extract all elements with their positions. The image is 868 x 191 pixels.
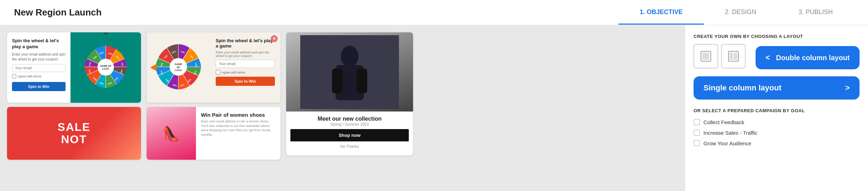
double-col-icon bbox=[726, 49, 740, 63]
shoes-content: Win Pair of women shoes Enter your email… bbox=[196, 107, 281, 160]
or-select-title: OR SELECT A PREPARED CAMPAIGN BY GOAL bbox=[694, 108, 860, 113]
spin-card-1-title: Spin the wheel & let's play a game bbox=[12, 38, 66, 50]
spin-card-2: ✕ bbox=[147, 32, 281, 103]
goal-checkbox-3[interactable] bbox=[694, 140, 700, 146]
single-col-chevron: > bbox=[845, 83, 850, 93]
campaign-column-3: Meet our new collection Spring / Summer … bbox=[286, 32, 413, 184]
tab-objective[interactable]: 1. OBJECTIVE bbox=[618, 1, 704, 25]
svg-rect-56 bbox=[702, 53, 709, 60]
collection-image bbox=[286, 32, 413, 112]
campaign-column-1: Spin the wheel & let's play a game Enter… bbox=[7, 32, 141, 184]
goal-collect-feedback[interactable]: Collect Feedback bbox=[694, 117, 860, 127]
shoes-card: 👠 Win Pair of women shoes Enter your ema… bbox=[147, 107, 281, 160]
collection-silhouette bbox=[300, 35, 399, 109]
goal-checkbox-1[interactable] bbox=[694, 119, 700, 125]
double-col-icon-btn[interactable] bbox=[721, 44, 746, 69]
tab-design[interactable]: 2. DESIGN bbox=[704, 1, 777, 25]
double-col-label: Double column layout bbox=[776, 54, 850, 62]
goal-label-1: Collect Feedback bbox=[703, 119, 744, 125]
sale-text: SALE NOT bbox=[57, 121, 90, 146]
spin-card-2-wheel: %40 15% %25 %50 %25 GIFT %05 50% 25% %30 bbox=[147, 32, 210, 103]
collection-subtitle: Spring / Summer 2022 bbox=[290, 122, 409, 126]
single-col-icon-btn[interactable] bbox=[694, 44, 718, 69]
spin-card-2-desc: Enter your email address and spin the wh… bbox=[216, 51, 275, 58]
shop-now-button[interactable]: Shop now bbox=[290, 129, 409, 141]
spin-card-2-content: Spin the wheel & let's play a game Enter… bbox=[210, 32, 281, 103]
collection-body: Meet our new collection Spring / Summer … bbox=[286, 112, 413, 155]
no-thanks-link[interactable]: No Thanks bbox=[290, 141, 409, 151]
wheel-center-2: GAMEOFLUCK bbox=[170, 59, 186, 76]
single-col-icon bbox=[699, 49, 713, 63]
tab-bar: 1. OBJECTIVE 2. DESIGN 3. PUBLISH bbox=[618, 1, 854, 25]
tab-publish[interactable]: 3. PUBLISH bbox=[777, 1, 854, 25]
sale-card: SALE NOT bbox=[7, 107, 141, 160]
svg-rect-54 bbox=[357, 69, 367, 93]
goal-label-3: Grow Your Audience bbox=[703, 140, 751, 146]
create-section-title: CREATE YOUR OWN BY CHOOSING A LAYOUT bbox=[694, 34, 860, 39]
single-col-layout-card[interactable]: Single column layout > bbox=[694, 76, 860, 100]
shoes-description: Enter your email address to win a women … bbox=[201, 119, 276, 137]
header: New Region Launch 1. OBJECTIVE 2. DESIGN… bbox=[0, 0, 868, 25]
svg-rect-59 bbox=[734, 53, 737, 60]
canvas-area: Spin the wheel & let's play a game Enter… bbox=[0, 25, 685, 191]
goal-grow-audience[interactable]: Grow Your Audience bbox=[694, 138, 860, 148]
shoes-title: Win Pair of women shoes bbox=[201, 112, 276, 118]
goal-checkbox-2[interactable] bbox=[694, 129, 700, 136]
collection-title: Meet our new collection bbox=[290, 116, 409, 122]
spin-card-2-title: Spin the wheel & let's play a game bbox=[216, 38, 275, 49]
campaign-column-2: ✕ bbox=[147, 32, 281, 184]
close-button-spin2[interactable]: ✕ bbox=[271, 35, 278, 42]
wheel-center-label: GAME OF LUCK bbox=[98, 59, 114, 76]
goal-section: OR SELECT A PREPARED CAMPAIGN BY GOAL Co… bbox=[694, 107, 860, 148]
wheel-pointer-top bbox=[103, 32, 109, 34]
wheel-arrow-2 bbox=[150, 64, 156, 71]
spin-card-2-button[interactable]: Spin to Win bbox=[216, 77, 275, 86]
layout-icons-group bbox=[694, 44, 746, 69]
collection-card: Meet our new collection Spring / Summer … bbox=[286, 32, 413, 155]
spin-card-1-wheel: 25% 15% %5 %05 %25 GIFT %05 50% 25% %30 bbox=[70, 32, 141, 103]
svg-rect-58 bbox=[730, 53, 733, 60]
single-col-label: Single column layout bbox=[703, 83, 781, 93]
goal-label-2: Increase Sales - Traffic bbox=[703, 130, 757, 136]
spin-card-1: Spin the wheel & let's play a game Enter… bbox=[7, 32, 141, 103]
spin-card-1-button[interactable]: Spin to Win bbox=[12, 82, 66, 91]
spin-card-1-terms: Agree with terms bbox=[12, 74, 66, 78]
spin-card-2-email[interactable] bbox=[216, 60, 275, 68]
shoes-image: 👠 bbox=[147, 107, 196, 160]
spin-card-1-email[interactable] bbox=[12, 64, 66, 72]
main-content: Spin the wheel & let's play a game Enter… bbox=[0, 25, 868, 191]
svg-rect-53 bbox=[332, 69, 343, 93]
double-col-layout-card[interactable]: < Double column layout bbox=[756, 46, 860, 69]
right-panel: CREATE YOUR OWN BY CHOOSING A LAYOUT bbox=[685, 25, 868, 191]
spin-card-1-desc: Enter your email address and spin the wh… bbox=[12, 52, 66, 62]
spin-card-1-left: Spin the wheel & let's play a game Enter… bbox=[7, 32, 70, 103]
spin-card-2-checkbox[interactable] bbox=[216, 70, 220, 75]
spin-card-2-terms: Agree with terms bbox=[216, 70, 275, 75]
single-col-layout-section: Single column layout > bbox=[694, 76, 860, 100]
page-title: New Region Launch bbox=[14, 7, 101, 18]
svg-point-51 bbox=[341, 46, 358, 67]
double-col-chevron: < bbox=[765, 53, 770, 62]
goal-increase-sales[interactable]: Increase Sales - Traffic bbox=[694, 127, 860, 138]
spin-card-1-checkbox[interactable] bbox=[12, 74, 16, 78]
